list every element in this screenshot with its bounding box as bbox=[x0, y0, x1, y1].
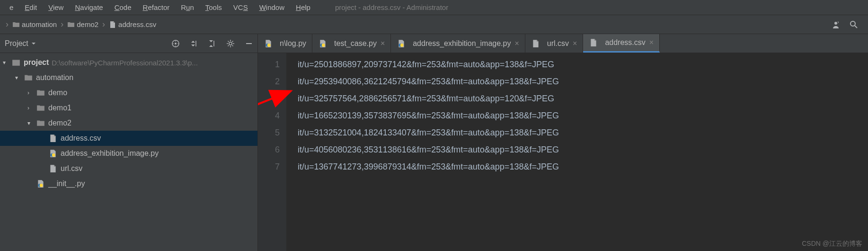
menu-vcs[interactable]: VCS bbox=[228, 1, 254, 13]
menu-edit[interactable]: Edit bbox=[19, 1, 43, 13]
project-tool-window: Project ▾ project D:\software\PyCharmPro… bbox=[0, 34, 258, 251]
chevron-right-icon: › bbox=[61, 19, 63, 29]
menu-file[interactable]: e bbox=[4, 1, 19, 13]
gear-icon[interactable] bbox=[226, 39, 235, 48]
menu-run[interactable]: Run bbox=[175, 1, 200, 13]
svg-point-0 bbox=[834, 22, 837, 25]
menu-view[interactable]: View bbox=[43, 1, 69, 13]
svg-point-1 bbox=[850, 21, 855, 26]
tab-n-log-py[interactable]: n\log.py bbox=[258, 34, 312, 53]
svg-point-15 bbox=[52, 153, 55, 157]
menu-code[interactable]: Code bbox=[109, 1, 137, 13]
tab-test-case-py[interactable]: test_case.py × bbox=[312, 34, 391, 53]
tree-item---init---py[interactable]: __init__.py bbox=[0, 176, 257, 191]
tree-item-demo[interactable]: › demo bbox=[0, 85, 257, 100]
menu-window[interactable]: Window bbox=[254, 1, 290, 13]
svg-point-17 bbox=[40, 184, 43, 187]
tree-item-automation[interactable]: ▾ automation bbox=[0, 70, 257, 85]
chevron-right-icon: › bbox=[102, 19, 105, 29]
editor-tabs: n\log.py test_case.py × address_exhibiti… bbox=[258, 34, 868, 53]
window-title: project - address.csv - Administrator bbox=[335, 3, 448, 11]
watermark: CSDN @江云的博客 bbox=[802, 240, 862, 248]
svg-point-11 bbox=[229, 42, 232, 45]
user-icon[interactable] bbox=[831, 20, 841, 29]
close-icon[interactable]: × bbox=[649, 38, 654, 47]
tree-root[interactable]: ▾ project D:\software\PyCharmProfessiona… bbox=[0, 55, 257, 70]
breadcrumb-automation[interactable]: automation bbox=[10, 19, 59, 29]
collapse-all-icon[interactable] bbox=[208, 40, 216, 47]
tab-address-exhibition-image-py[interactable]: address_exhibition_image.py × bbox=[391, 34, 525, 53]
navigation-bar: › automation › demo2 › address.csv bbox=[0, 15, 868, 34]
breadcrumb-demo2[interactable]: demo2 bbox=[65, 19, 100, 29]
project-view-selector[interactable]: Project bbox=[5, 39, 36, 48]
close-icon[interactable]: × bbox=[573, 39, 577, 48]
editor[interactable]: 1234567 it/u=2501886897,209737142&fm=253… bbox=[258, 53, 868, 251]
project-tree[interactable]: ▾ project D:\software\PyCharmProfessiona… bbox=[0, 53, 257, 193]
menu-navigate[interactable]: Navigate bbox=[69, 1, 108, 13]
menu-help[interactable]: Help bbox=[290, 1, 316, 13]
svg-point-19 bbox=[267, 44, 271, 47]
svg-rect-13 bbox=[12, 60, 20, 65]
tree-item-demo1[interactable]: › demo1 bbox=[0, 100, 257, 116]
svg-line-2 bbox=[855, 26, 857, 28]
svg-rect-12 bbox=[246, 43, 252, 44]
hide-icon[interactable] bbox=[245, 40, 253, 47]
svg-point-4 bbox=[175, 43, 177, 45]
chevron-right-icon: › bbox=[6, 19, 9, 29]
breadcrumb-file[interactable]: address.csv bbox=[107, 19, 158, 29]
tree-item-demo2[interactable]: ▾ demo2 bbox=[0, 116, 257, 131]
svg-point-23 bbox=[400, 44, 404, 47]
close-icon[interactable]: × bbox=[514, 39, 519, 48]
search-icon[interactable] bbox=[849, 20, 859, 29]
tree-item-url-csv[interactable]: url.csv bbox=[0, 161, 257, 176]
menu-tools[interactable]: Tools bbox=[200, 1, 228, 13]
tab-address-csv[interactable]: address.csv × bbox=[583, 34, 660, 53]
editor-content[interactable]: it/u=2501886897,209737142&fm=253&fmt=aut… bbox=[286, 53, 868, 251]
editor-area: n\log.py test_case.py × address_exhibiti… bbox=[258, 34, 868, 251]
tree-item-address-csv[interactable]: address.csv bbox=[0, 131, 257, 146]
tab-url-csv[interactable]: url.csv × bbox=[525, 34, 584, 53]
expand-all-icon[interactable] bbox=[190, 40, 198, 47]
tree-item-address-exhibition-image-py[interactable]: address_exhibition_image.py bbox=[0, 146, 257, 161]
svg-point-21 bbox=[322, 44, 325, 47]
close-icon[interactable]: × bbox=[381, 39, 385, 48]
select-opened-file-icon[interactable] bbox=[171, 39, 180, 48]
chevron-down-icon bbox=[31, 41, 36, 46]
menu-bar: eEditViewNavigateCodeRefactorRunToolsVCS… bbox=[0, 0, 868, 15]
menu-refactor[interactable]: Refactor bbox=[137, 1, 176, 13]
editor-gutter: 1234567 bbox=[258, 53, 286, 251]
